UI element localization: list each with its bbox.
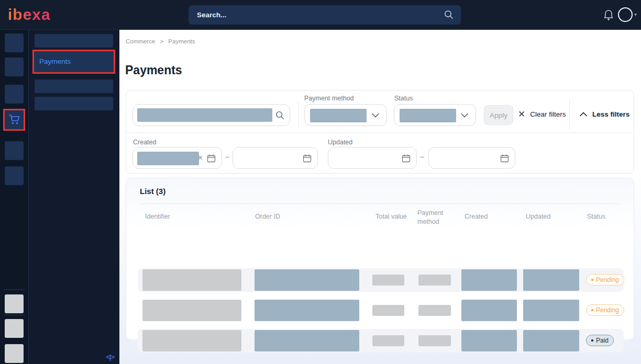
nav-icon-placeholder-bottom[interactable] (5, 319, 24, 338)
menu-item-placeholder[interactable] (35, 79, 113, 93)
table-row[interactable]: Paid (138, 329, 624, 352)
col-total-value: Total value (375, 213, 407, 220)
user-avatar[interactable] (618, 7, 633, 22)
updated-from-date-input[interactable] (328, 147, 417, 169)
main-content: Commerce > Payments Payments Payment met… (119, 30, 641, 364)
status-badge: Pending (586, 274, 624, 286)
status-dot-icon (591, 309, 593, 311)
selected-value-redacted (400, 109, 456, 122)
less-filters-toggle[interactable]: Less filters (580, 110, 629, 118)
created-redacted (461, 269, 517, 291)
breadcrumb-payments[interactable]: Payments (168, 38, 195, 44)
global-search-input[interactable] (189, 5, 461, 25)
filter-row-divider (126, 132, 634, 133)
nav-icon-placeholder[interactable] (5, 166, 24, 185)
filter-divider (569, 100, 570, 129)
col-payment-method: Payment method (417, 209, 450, 226)
rail-divider (4, 315, 25, 315)
clear-filters-button[interactable]: ✕ Clear filters (518, 110, 566, 119)
clear-date-icon[interactable]: × (198, 153, 203, 163)
identifier-redacted (142, 330, 241, 351)
payments-search-input[interactable] (132, 104, 290, 126)
chevron-up-icon (580, 112, 587, 117)
created-redacted (461, 330, 517, 351)
updated-redacted (523, 330, 579, 351)
ibexa-logo[interactable]: ibexa (8, 6, 51, 24)
col-updated: Updated (526, 213, 550, 220)
status-dot-icon (591, 339, 593, 342)
apply-button[interactable]: Apply (484, 105, 513, 125)
status-badge-label: Pending (596, 276, 619, 283)
payment-method-redacted (418, 335, 451, 346)
menu-item-payments-active[interactable]: Payments (32, 50, 115, 74)
nav-icon-commerce-active[interactable] (3, 109, 25, 131)
status-dot-icon (591, 279, 593, 281)
shopping-cart-icon (8, 114, 20, 126)
search-icon[interactable] (275, 111, 284, 120)
updated-label: Updated (328, 139, 352, 146)
calendar-icon[interactable] (303, 154, 312, 163)
payments-list-panel: List (3) Identifier Order ID Total value… (126, 178, 634, 340)
menu-item-placeholder[interactable] (35, 97, 113, 110)
created-to-date-input[interactable] (233, 147, 318, 169)
nav-icon-placeholder[interactable] (5, 85, 24, 104)
breadcrumb-separator: > (160, 38, 163, 44)
total-value-redacted (372, 305, 404, 316)
menu-item-payments-label: Payments (34, 51, 114, 72)
date-value-redacted (137, 152, 199, 165)
status-select[interactable] (394, 104, 476, 126)
main-nav-rail (0, 30, 29, 364)
top-bar: ibexa ▾ (0, 0, 641, 30)
total-value-redacted (372, 335, 404, 346)
table-header-row: Identifier Order ID Total value Payment … (126, 208, 634, 229)
nav-icon-placeholder[interactable] (5, 141, 24, 160)
order-id-redacted (255, 269, 359, 291)
search-icon[interactable] (444, 10, 454, 19)
date-range-separator: – (420, 152, 424, 161)
app-window: ibexa ▾ (0, 0, 641, 364)
identifier-redacted (142, 300, 241, 321)
calendar-icon[interactable] (207, 154, 216, 163)
selected-value-redacted (310, 109, 367, 122)
date-range-separator: – (225, 152, 229, 161)
clear-filters-label: Clear filters (530, 110, 566, 118)
chevron-down-icon (461, 113, 468, 118)
menu-item-placeholder[interactable] (35, 34, 113, 48)
notification-bell-icon[interactable] (603, 9, 614, 21)
user-menu-caret-icon[interactable]: ▾ (634, 12, 637, 17)
nav-icon-placeholder-bottom[interactable] (5, 344, 24, 363)
order-id-redacted (255, 330, 359, 351)
order-id-redacted (255, 300, 359, 321)
less-filters-label: Less filters (592, 110, 629, 118)
list-title: List (3) (140, 187, 165, 196)
table-row[interactable]: Pending (138, 268, 624, 292)
col-status: Status (587, 213, 605, 220)
page-title: Payments (125, 63, 182, 77)
sidebar-collapse-icon[interactable]: <|> (106, 353, 114, 361)
breadcrumb-commerce[interactable]: Commerce (126, 38, 155, 44)
calendar-icon[interactable] (402, 154, 411, 163)
nav-icon-placeholder[interactable] (5, 58, 24, 76)
clear-x-icon: ✕ (518, 110, 525, 119)
list-divider (140, 203, 621, 204)
nav-icon-placeholder[interactable] (5, 33, 24, 52)
calendar-icon[interactable] (500, 154, 509, 163)
status-badge-label: Paid (596, 337, 609, 344)
payment-method-redacted (418, 305, 451, 316)
updated-redacted (523, 269, 579, 291)
created-label: Created (133, 139, 156, 146)
total-value-redacted (372, 275, 404, 286)
status-badge-label: Pending (596, 306, 619, 314)
filters-panel: Payment method Status Apply ✕ Clear filt… (126, 90, 634, 174)
payment-method-label: Payment method (304, 95, 354, 102)
col-created: Created (465, 213, 488, 220)
updated-to-date-input[interactable] (428, 147, 515, 169)
col-identifier: Identifier (145, 213, 170, 220)
payment-method-select[interactable] (304, 104, 387, 126)
identifier-redacted (142, 269, 241, 291)
nav-icon-placeholder-bottom[interactable] (5, 294, 24, 313)
table-row[interactable]: Pending (138, 299, 624, 322)
col-order-id: Order ID (255, 213, 280, 220)
created-from-date-input[interactable]: × (132, 147, 222, 169)
status-badge: Paid (586, 335, 614, 346)
